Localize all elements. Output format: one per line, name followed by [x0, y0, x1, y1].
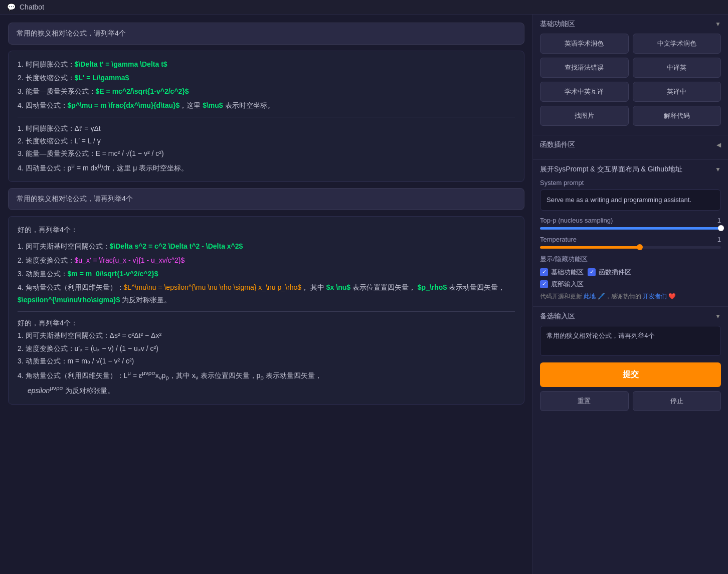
checkbox-basic[interactable]: ✓ 基础功能区	[540, 268, 584, 277]
sysprompt-arrow: ▼	[715, 166, 721, 173]
topbar-title: Chatbot	[20, 3, 44, 11]
response-intro: 好的，再列举4个：	[18, 224, 515, 236]
show-hide-label: 显示/隐藏功能区	[540, 255, 721, 264]
system-prompt-label: System prompt	[540, 179, 721, 186]
basic-btn-grid: 英语学术润色 中文学术润色 查找语法错误 中译英 学术中英互译 英译中 找图片 …	[540, 34, 721, 126]
top-p-fill	[540, 227, 721, 230]
top-p-track	[540, 227, 721, 230]
formula-green-2: $L' = L/\gamma$	[75, 74, 129, 82]
formula-line-8: 4. 角动量公式（利用四维矢量）：$L^\mu\nu = \epsilon^{\…	[18, 281, 515, 306]
user-message-1: 常用的狭义相对论公式，请列举4个	[8, 23, 524, 45]
submit-button[interactable]: 提交	[540, 362, 721, 387]
footer-link2[interactable]: 开发者们	[643, 293, 667, 300]
checkbox-bottom[interactable]: ✓ 底部输入区	[540, 280, 584, 289]
btn-chinese-polish[interactable]: 中文学术润色	[633, 34, 721, 54]
stop-button[interactable]: 停止	[633, 391, 721, 411]
formula-line-7: 3. 动质量公式：$m = m_0/\sqrt{1-v^2/c^2}$	[18, 268, 515, 280]
reset-button[interactable]: 重置	[540, 391, 629, 411]
temperature-track	[540, 246, 721, 249]
formula-green-3: $E = mc^2/\sqrt{1-v^2/c^2}$	[96, 87, 189, 95]
top-p-row: Top-p (nucleus sampling) 1	[540, 217, 721, 224]
basic-functions-section: 基础功能区 ▼ 英语学术润色 中文学术润色 查找语法错误 中译英 学术中英互译 …	[533, 15, 728, 135]
chat-area: 常用的狭义相对论公式，请列举4个 1. 时间膨胀公式：$\Delta t' = …	[0, 15, 532, 574]
temperature-thumb[interactable]	[637, 244, 643, 250]
checkbox-row-1: ✓ 基础功能区 ✓ 函数插件区	[540, 268, 721, 277]
plugin-header[interactable]: 函数插件区 ◀	[540, 140, 721, 149]
checkbox-plugin-box: ✓	[588, 268, 596, 276]
checkbox-basic-label: 基础功能区	[551, 268, 584, 277]
backup-header[interactable]: 备选输入区 ▼	[540, 312, 721, 321]
formula-line-2: 2. 长度收缩公式：$L' = L/\gamma$	[18, 72, 515, 84]
backup-input[interactable]: 常用的狭义相对论公式，请再列举4个	[540, 326, 721, 356]
formula-line-5: 1. 闵可夫斯基时空间隔公式：$\Delta s^2 = c^2 \Delta …	[18, 240, 515, 253]
temperature-slider-container[interactable]	[540, 246, 721, 249]
checkbox-basic-box: ✓	[540, 268, 548, 276]
assistant-message-2: 好的，再列举4个： 1. 闵可夫斯基时空间隔公式：$\Delta s^2 = c…	[8, 216, 524, 405]
checkbox-plugin-label: 函数插件区	[599, 268, 631, 277]
formula-green-1: $\Delta t' = \gamma \Delta t$	[75, 60, 167, 68]
btn-en-to-zh[interactable]: 英译中	[633, 82, 721, 102]
checkbox-plugin[interactable]: ✓ 函数插件区	[588, 268, 631, 277]
basic-functions-header[interactable]: 基础功能区 ▼	[540, 20, 721, 29]
temperature-row: Temperature 1	[540, 236, 721, 243]
formula-line-1: 1. 时间膨胀公式：$\Delta t' = \gamma \Delta t$	[18, 58, 515, 71]
plugin-arrow: ◀	[716, 141, 721, 148]
checkbox-row-2: ✓ 底部输入区	[540, 280, 721, 289]
user-message-2-text: 常用的狭义相对论公式，请再列举4个	[17, 195, 133, 203]
assistant-message-1: 1. 时间膨胀公式：$\Delta t' = \gamma \Delta t$ …	[8, 51, 524, 182]
footer-heart: ❤️	[668, 293, 676, 300]
checkbox-bottom-box: ✓	[540, 280, 548, 288]
btn-zh-to-en[interactable]: 中译英	[633, 58, 721, 78]
btn-grammar-check[interactable]: 查找语法错误	[540, 58, 629, 78]
backup-section: 备选输入区 ▼ 常用的狭义相对论公式，请再列举4个 提交 重置 停止	[533, 307, 728, 416]
top-p-thumb[interactable]	[718, 225, 724, 231]
btn-find-image[interactable]: 找图片	[540, 106, 629, 126]
formula-line-6: 2. 速度变换公式：$u_x' = \frac{u_x - v}{1 - u_x…	[18, 254, 515, 267]
top-p-slider-container[interactable]	[540, 227, 721, 230]
top-p-label: Top-p (nucleus sampling)	[540, 217, 613, 224]
formula-line-4: 4. 四动量公式：$p^\mu = m \frac{dx^\mu}{d\tau}…	[18, 99, 515, 112]
sysprompt-header[interactable]: 展开SysPrompt & 交互界面布局 & Github地址 ▼	[540, 165, 721, 174]
formula-line-3: 3. 能量—质量关系公式：$E = mc^2/\sqrt{1-v^2/c^2}$	[18, 85, 515, 98]
bottom-btns: 重置 停止	[540, 391, 721, 411]
top-p-value: 1	[717, 217, 721, 224]
backup-title: 备选输入区	[540, 312, 575, 321]
temperature-fill	[540, 246, 640, 249]
main-layout: 常用的狭义相对论公式，请列举4个 1. 时间膨胀公式：$\Delta t' = …	[0, 15, 728, 574]
temperature-value: 1	[717, 236, 721, 243]
footer-suffix: 🖊️，感谢热情的	[598, 293, 641, 300]
basic-functions-title: 基础功能区	[540, 20, 575, 29]
temperature-label: Temperature	[540, 236, 577, 243]
plugin-section: 函数插件区 ◀	[533, 135, 728, 160]
backup-arrow: ▼	[715, 313, 721, 320]
user-message-2: 常用的狭义相对论公式，请再列举4个	[8, 188, 524, 210]
divider-2	[18, 311, 515, 312]
rendered-2: 好的，再列举4个： 1. 闵可夫斯基时空间隔公式：Δs² = c²Δt² − Δ…	[18, 317, 515, 397]
basic-functions-arrow: ▼	[715, 21, 721, 28]
btn-explain-code[interactable]: 解释代码	[633, 106, 721, 126]
btn-english-polish[interactable]: 英语学术润色	[540, 34, 629, 54]
sysprompt-title: 展开SysPrompt & 交互界面布局 & Github地址	[540, 165, 682, 174]
checkbox-bottom-label: 底部输入区	[551, 280, 584, 289]
footer-link[interactable]: 此地	[584, 293, 596, 300]
footer-links: 代码开源和更新 此地 🖊️，感谢热情的 开发者们 ❤️	[540, 292, 721, 301]
formula-green-4: $p^\mu = m \frac{dx^\mu}{d\tau}$	[68, 101, 180, 109]
btn-academic-translate[interactable]: 学术中英互译	[540, 82, 629, 102]
rendered-1: 1. 时间膨胀公式：Δt′ = γΔt 2. 长度收缩公式：L′ = L / γ…	[18, 122, 515, 174]
footer-text: 代码开源和更新	[540, 293, 582, 300]
topbar: 💬 Chatbot	[0, 0, 728, 15]
system-prompt-box[interactable]: Serve me as a writing and programming as…	[540, 189, 721, 211]
divider-1	[18, 117, 515, 117]
sysprompt-section: 展开SysPrompt & 交互界面布局 & Github地址 ▼ System…	[533, 160, 728, 307]
sidebar: 基础功能区 ▼ 英语学术润色 中文学术润色 查找语法错误 中译英 学术中英互译 …	[532, 15, 728, 574]
chat-icon: 💬	[7, 3, 16, 11]
plugin-title: 函数插件区	[540, 140, 575, 149]
user-message-1-text: 常用的狭义相对论公式，请列举4个	[17, 29, 126, 37]
